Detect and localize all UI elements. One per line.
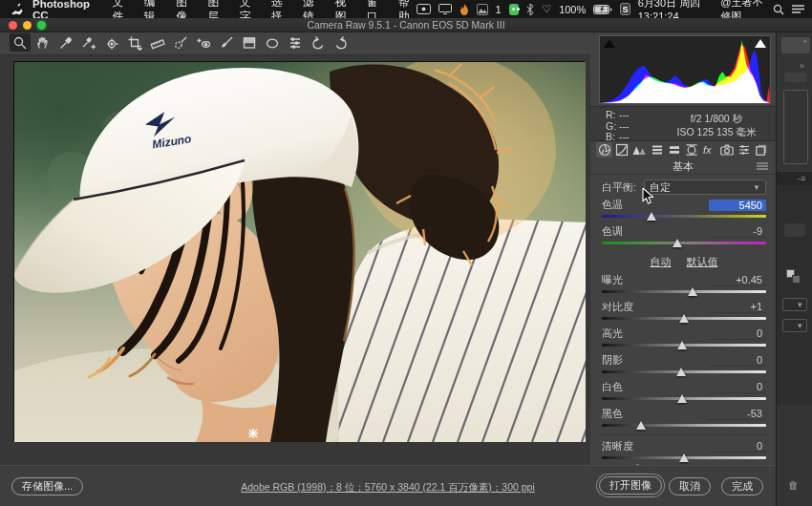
- tab-split-toning[interactable]: [666, 142, 682, 158]
- tab-detail[interactable]: [631, 142, 648, 158]
- slider-track[interactable]: [602, 314, 766, 324]
- tab-camera-calibration[interactable]: [718, 142, 735, 158]
- slider-value-field[interactable]: -53: [709, 408, 766, 420]
- zoom-tool-icon[interactable]: [10, 33, 31, 52]
- slider-value-field[interactable]: 0: [709, 327, 766, 340]
- window-title-bar[interactable]: Camera Raw 9.5.1 - Canon EOS 5D Mark III: [0, 18, 812, 32]
- slider-label: 对比度: [602, 300, 633, 314]
- white-balance-select[interactable]: 自定 ▼: [644, 179, 766, 195]
- adjustments-panel: R:--- G:--- B:--- f/2 1/800 秒 ISO 125 13…: [590, 33, 776, 474]
- shadow-clipping-warning-icon[interactable]: [604, 39, 615, 48]
- flame-app-icon[interactable]: [459, 3, 469, 16]
- slider-track[interactable]: [602, 287, 766, 297]
- tab-basic[interactable]: [596, 142, 612, 158]
- color-sampler-tool-icon[interactable]: [78, 33, 99, 52]
- battery-percent: 100%: [559, 4, 586, 15]
- radial-filter-tool-icon[interactable]: [262, 33, 283, 52]
- white-balance-tool-icon[interactable]: [55, 33, 76, 52]
- ps-menu-icon: -≡: [798, 174, 805, 183]
- spotlight-search-icon[interactable]: [773, 3, 784, 16]
- b-value: ---: [619, 132, 632, 142]
- slider-track[interactable]: [602, 341, 766, 350]
- rgb-readout: R:--- G:--- B:---: [606, 110, 632, 143]
- tab-lens-corrections[interactable]: [683, 142, 699, 158]
- auto-link[interactable]: 自动: [651, 255, 672, 269]
- input-method-icon[interactable]: S: [620, 3, 630, 15]
- aperture-shutter: f/2 1/800 秒: [663, 112, 770, 125]
- slider-row: 阴影0: [602, 354, 766, 377]
- cancel-button[interactable]: 取消: [669, 477, 711, 495]
- battery-icon[interactable]: [593, 3, 612, 16]
- slider-label: 清晰度: [602, 439, 633, 453]
- slider-value-field[interactable]: -9: [709, 225, 766, 238]
- slider-thumb[interactable]: [647, 212, 656, 221]
- hand-tool-icon[interactable]: [32, 33, 53, 52]
- slider-track[interactable]: [602, 212, 766, 221]
- heart-icon[interactable]: ♡: [542, 3, 551, 16]
- rotate-left-tool-icon[interactable]: [308, 33, 329, 52]
- mouse-cursor: [642, 188, 654, 209]
- spot-removal-tool-icon[interactable]: [170, 33, 191, 52]
- slider-value-field[interactable]: +1: [709, 301, 766, 313]
- crop-tool-icon[interactable]: [124, 33, 145, 52]
- screen-record-icon[interactable]: [417, 3, 431, 16]
- slider-track[interactable]: [602, 453, 766, 463]
- slider-row: 色温5450: [602, 199, 766, 221]
- workflow-options-link[interactable]: Adobe RGB (1998)；8 位；5760 x 3840 (22.1 百…: [101, 481, 674, 495]
- slider-thumb[interactable]: [676, 368, 686, 376]
- tab-presets[interactable]: [736, 142, 752, 158]
- targeted-adjustment-tool-icon[interactable]: [101, 33, 122, 52]
- slider-value-field[interactable]: 0: [709, 381, 766, 393]
- wechat-icon[interactable]: [509, 4, 520, 15]
- histogram[interactable]: [599, 35, 771, 104]
- ps-select-2-chevron: ▾: [798, 321, 802, 330]
- default-link[interactable]: 默认值: [687, 255, 718, 269]
- ps-select-1: [782, 298, 807, 311]
- slider-thumb[interactable]: [636, 421, 646, 430]
- slider-row: 色调-9: [602, 225, 766, 248]
- tab-hsl-grayscale[interactable]: [649, 142, 665, 158]
- slider-track[interactable]: [602, 239, 766, 248]
- straighten-tool-icon[interactable]: [147, 33, 168, 52]
- tab-snapshots[interactable]: [754, 142, 770, 158]
- slider-thumb[interactable]: [673, 239, 682, 247]
- rotate-right-tool-icon[interactable]: [331, 33, 352, 52]
- slider-value-field[interactable]: 0: [709, 440, 766, 453]
- slider-row: 清晰度0: [602, 440, 766, 463]
- highlight-clipping-warning-icon[interactable]: [755, 39, 766, 48]
- slider-thumb[interactable]: [688, 287, 697, 296]
- bluetooth-icon[interactable]: [526, 3, 534, 16]
- tab-tone-curve[interactable]: [613, 142, 630, 158]
- save-image-button[interactable]: 存储图像...: [11, 477, 83, 495]
- tab-effects[interactable]: fx: [701, 142, 717, 158]
- red-eye-tool-icon[interactable]: [193, 33, 214, 52]
- slider-track[interactable]: [602, 421, 766, 431]
- display-icon[interactable]: [438, 3, 452, 16]
- preferences-tool-icon[interactable]: [285, 33, 306, 52]
- adjustment-brush-tool-icon[interactable]: [216, 33, 237, 52]
- background-photoshop-panels: ⌃ » -≡ ▾ ▾ 🗑: [776, 32, 812, 506]
- slider-label: 色调: [602, 224, 623, 239]
- window-title: Camera Raw 9.5.1 - Canon EOS 5D Mark III: [0, 19, 812, 31]
- slider-value-field[interactable]: 0: [709, 354, 766, 367]
- slider-track[interactable]: [602, 368, 766, 377]
- open-image-button[interactable]: 打开图像: [599, 476, 662, 495]
- slider-track[interactable]: [602, 394, 766, 404]
- graduated-filter-tool-icon[interactable]: [239, 33, 260, 52]
- photos-app-icon[interactable]: [477, 3, 488, 16]
- auto-default-links: 自动 默认值: [602, 252, 766, 271]
- slider-value-field[interactable]: 5450: [709, 200, 766, 211]
- svg-text:fx: fx: [703, 144, 712, 156]
- panel-menu-icon[interactable]: [757, 161, 768, 173]
- slider-value-field[interactable]: +0.45: [709, 274, 766, 286]
- iso-focal: ISO 125 135 毫米: [663, 125, 770, 138]
- done-button[interactable]: 完成: [721, 477, 763, 495]
- slider-thumb[interactable]: [679, 314, 689, 323]
- slider-thumb[interactable]: [677, 341, 687, 349]
- photo-preview[interactable]: Mizuno: [13, 61, 585, 441]
- slider-thumb[interactable]: [677, 394, 687, 403]
- slider-label: 曝光: [602, 273, 623, 287]
- apple-menu-icon[interactable]: [11, 3, 23, 15]
- notification-center-icon[interactable]: [792, 3, 804, 16]
- slider-thumb[interactable]: [679, 453, 689, 462]
